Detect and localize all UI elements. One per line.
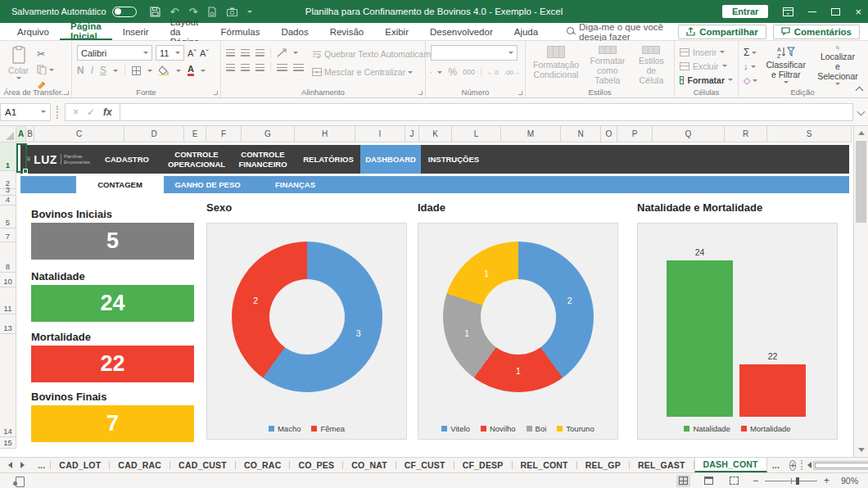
format-cells-button[interactable]: Formatar	[680, 73, 733, 87]
vertical-scroll-thumb[interactable]	[856, 141, 866, 223]
fill-button[interactable]: ↓	[744, 61, 757, 72]
font-color-icon[interactable]: A	[188, 65, 194, 76]
align-left-icon[interactable]	[226, 64, 235, 71]
camera-icon[interactable]	[227, 7, 237, 16]
scroll-up-icon[interactable]	[854, 126, 868, 140]
row-header-4[interactable]: 4	[0, 196, 16, 206]
sort-filter-button[interactable]: AZ Classificar e Filtrar	[762, 45, 808, 86]
row-header-11[interactable]: 11	[0, 287, 16, 314]
italic-button[interactable]: I	[91, 65, 93, 76]
decrease-decimal-icon[interactable]: .00→	[504, 69, 520, 76]
row-header-7[interactable]: 7	[0, 228, 16, 242]
cell-styles-button[interactable]: Estilos de Célula	[634, 45, 669, 86]
new-sheet-button[interactable]: +	[789, 460, 796, 471]
ribbon-tab-layout-da-pagina[interactable]: Layout da Página	[160, 23, 210, 40]
delete-cells-button[interactable]: Excluir	[680, 59, 733, 73]
sheet-tabs-overflow-left[interactable]: ...	[33, 458, 50, 472]
percent-style-icon[interactable]: %	[448, 66, 457, 78]
ribbon-tab-pagina-inicial[interactable]: Página Inicial	[60, 23, 112, 40]
undo-icon[interactable]: ↶	[170, 6, 179, 18]
number-format-select[interactable]	[431, 45, 518, 61]
increase-indent-icon[interactable]	[293, 64, 304, 71]
column-header-r[interactable]: R	[725, 126, 767, 142]
hscroll-track[interactable]	[813, 461, 868, 470]
borders-icon[interactable]	[132, 66, 141, 75]
select-all-corner[interactable]	[0, 126, 16, 142]
zoom-slider[interactable]	[765, 481, 817, 481]
ribbon-tab-desenvolvedor[interactable]: Desenvolvedor	[419, 23, 504, 40]
row-header-10[interactable]: 10	[0, 273, 16, 287]
zoom-slider-thumb[interactable]	[796, 477, 799, 485]
column-header-p[interactable]: P	[617, 126, 653, 142]
clipboard-dialog-launcher-icon[interactable]	[65, 91, 69, 95]
sheet-tab-co-pes[interactable]: CO_PES	[290, 458, 342, 472]
align-right-icon[interactable]	[255, 64, 264, 71]
column-header-g[interactable]: G	[242, 126, 295, 142]
number-dialog-launcher-icon[interactable]	[518, 91, 522, 95]
format-as-table-button[interactable]: Formatar como Tabela	[585, 45, 631, 86]
paste-button[interactable]: Colar	[5, 45, 32, 92]
column-header-c[interactable]: C	[34, 126, 124, 142]
insert-function-icon[interactable]: fx	[103, 106, 112, 118]
row-header-14[interactable]: 14	[0, 334, 16, 437]
expand-formula-bar-icon[interactable]	[857, 108, 866, 116]
align-center-icon[interactable]	[241, 64, 250, 71]
fill-color-icon[interactable]	[159, 66, 170, 75]
ribbon-tab-revisao[interactable]: Revisão	[319, 23, 375, 40]
column-header-i[interactable]: I	[355, 126, 405, 142]
next-sheet-icon[interactable]	[20, 462, 25, 468]
ribbon-tab-dados[interactable]: Dados	[270, 23, 319, 40]
confirm-entry-icon[interactable]: ✓	[87, 106, 95, 118]
row-header-13[interactable]: 13	[0, 314, 16, 334]
insert-cells-button[interactable]: Inserir	[680, 45, 733, 59]
sheet-tab-rel-cont[interactable]: REL_CONT	[513, 458, 576, 472]
ribbon-tab-formulas[interactable]: Fórmulas	[210, 23, 270, 40]
column-header-b[interactable]: B	[26, 126, 34, 142]
redo-icon[interactable]: ↷	[188, 6, 197, 18]
chart-panel-natalidade-e-mortalidade[interactable]: 2422NatalidadeMortalidade	[637, 223, 838, 440]
column-header-a[interactable]: A	[16, 126, 26, 142]
column-header-e[interactable]: E	[184, 126, 206, 142]
page-layout-view-icon[interactable]	[702, 475, 716, 487]
horizontal-scrollbar[interactable]	[807, 458, 868, 472]
page-break-view-icon[interactable]	[727, 475, 741, 487]
print-preview-icon[interactable]	[207, 7, 217, 17]
cancel-entry-icon[interactable]: ×	[73, 106, 79, 118]
zoom-level[interactable]: 90%	[841, 476, 858, 486]
normal-view-icon[interactable]	[676, 475, 690, 487]
name-box[interactable]: A1	[0, 103, 51, 121]
sheet-tab-co-rac[interactable]: CO_RAC	[236, 458, 290, 472]
maximize-icon[interactable]	[831, 8, 840, 16]
shrink-font-icon[interactable]: Aˇ	[200, 48, 209, 58]
grow-font-icon[interactable]: Aˆ	[188, 48, 197, 58]
sheet-tab-co-nat[interactable]: CO_NAT	[343, 458, 396, 472]
sign-in-button[interactable]: Entrar	[722, 5, 768, 18]
sheet-cells[interactable]: LUZ Planilhas Empresariais CADASTROCONTR…	[16, 142, 853, 457]
row-header-5[interactable]: 5	[0, 206, 16, 228]
minimize-icon[interactable]	[808, 11, 816, 12]
ribbon-tab-exibir[interactable]: Exibir	[374, 23, 419, 40]
sheet-tab-cf-desp[interactable]: CF_DESP	[454, 458, 512, 472]
accounting-format-icon[interactable]	[431, 68, 432, 77]
column-header-o[interactable]: O	[601, 126, 617, 142]
scroll-down-icon[interactable]	[854, 443, 868, 457]
autosum-button[interactable]: Σ	[744, 47, 757, 58]
row-header-1[interactable]: 1	[0, 142, 16, 171]
cut-button[interactable]: ✂	[37, 47, 54, 61]
chart-panel-idade[interactable]: 2111ViteloNovilhoBoiTouruno	[418, 223, 618, 440]
hscroll-left-icon[interactable]	[807, 462, 811, 468]
clear-button[interactable]: ◇	[744, 75, 757, 86]
autosave-toggle[interactable]	[112, 7, 137, 17]
save-icon[interactable]	[150, 7, 160, 17]
chart-panel-sexo[interactable]: 32MachoFêmea	[206, 223, 407, 440]
sheet-tab-rel-gast[interactable]: REL_GAST	[630, 458, 694, 472]
column-header-m[interactable]: M	[501, 126, 561, 142]
autosave-control[interactable]: Salvamento Automático	[11, 7, 137, 17]
sheet-tab-cf-cust[interactable]: CF_CUST	[396, 458, 454, 472]
ribbon-display-options-icon[interactable]	[783, 7, 793, 16]
align-middle-icon[interactable]	[241, 49, 250, 56]
column-header-h[interactable]: H	[295, 126, 355, 142]
sheet-tab-cad-lot[interactable]: CAD_LOT	[51, 458, 109, 472]
font-name-select[interactable]: Calibri	[77, 45, 152, 61]
zoom-out-icon[interactable]: −	[753, 475, 758, 486]
